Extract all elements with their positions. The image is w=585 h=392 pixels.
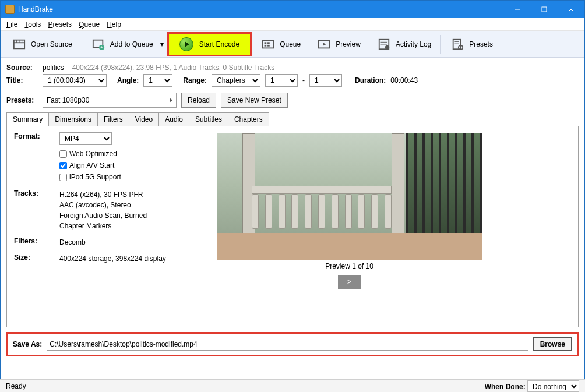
source-name: politics — [43, 63, 64, 72]
tab-video[interactable]: Video — [129, 112, 159, 126]
play-icon — [179, 37, 193, 51]
format-label: Format: — [14, 132, 59, 183]
activity-log-icon — [377, 37, 391, 51]
range-label: Range: — [183, 76, 207, 84]
web-optimized-label: Web Optimized — [69, 149, 117, 159]
preset-selected: Fast 1080p30 — [47, 96, 89, 104]
window-title: HandBrake — [18, 5, 504, 13]
menu-presets[interactable]: Presets — [45, 19, 74, 30]
svg-rect-15 — [267, 42, 270, 44]
start-encode-highlight: Start Encode — [167, 32, 252, 56]
preview-button[interactable]: Preview — [309, 31, 369, 58]
browse-button[interactable]: Browse — [533, 337, 572, 351]
film-icon — [12, 37, 26, 51]
align-av-checkbox[interactable] — [59, 162, 67, 169]
preview-icon — [317, 37, 331, 51]
format-select[interactable]: MP4 — [59, 132, 112, 145]
tracks-values: H.264 (x264), 30 FPS PFR AAC (avcodec), … — [59, 189, 195, 231]
svg-rect-13 — [265, 42, 267, 44]
add-to-queue-button[interactable]: + Add to Queue — [83, 31, 161, 58]
range-from-select[interactable]: 1 — [265, 74, 298, 87]
preview-label: Preview — [336, 40, 361, 48]
menu-queue[interactable]: Queue — [76, 19, 102, 30]
menubar: File Tools Presets Queue Help — [1, 18, 584, 31]
presets-icon — [450, 37, 464, 51]
source-label: Source: — [6, 63, 38, 72]
tab-chapters[interactable]: Chapters — [228, 112, 269, 126]
tab-dimensions[interactable]: Dimensions — [48, 112, 98, 126]
menu-file[interactable]: File — [4, 19, 20, 30]
add-queue-icon: + — [91, 37, 105, 51]
start-encode-button[interactable]: Start Encode — [169, 34, 250, 55]
title-label: Title: — [6, 76, 38, 84]
preview-next-button[interactable]: > — [338, 275, 361, 289]
menu-tools[interactable]: Tools — [22, 19, 43, 30]
range-to-select[interactable]: 1 — [309, 74, 342, 87]
chevron-right-icon — [170, 98, 172, 103]
reload-button[interactable]: Reload — [181, 93, 216, 108]
save-as-label: Save As: — [13, 340, 42, 348]
activity-log-label: Activity Log — [396, 40, 431, 48]
minimize-button[interactable] — [504, 1, 531, 18]
svg-rect-23 — [453, 39, 461, 49]
svg-rect-16 — [267, 44, 270, 46]
save-as-highlight: Save As: Browse — [6, 332, 579, 356]
angle-select[interactable]: 1 — [143, 74, 172, 87]
svg-point-22 — [385, 45, 389, 49]
close-button[interactable] — [558, 1, 584, 18]
toolbar: Open Source + Add to Queue ▾ Start Encod… — [1, 31, 584, 58]
tabs: Summary Dimensions Filters Video Audio S… — [6, 112, 579, 126]
tracks-label: Tracks: — [14, 189, 59, 231]
ipod-checkbox[interactable] — [59, 174, 67, 181]
filters-value: Decomb — [59, 237, 195, 248]
tab-audio[interactable]: Audio — [158, 112, 189, 126]
save-as-input[interactable] — [47, 338, 528, 351]
angle-label: Angle: — [117, 76, 139, 84]
duration-label: Duration: — [355, 76, 386, 84]
start-encode-label: Start Encode — [199, 40, 239, 48]
web-optimized-checkbox[interactable] — [59, 150, 67, 158]
presets-label: Presets: — [6, 96, 38, 104]
preview-caption: Preview 1 of 10 — [217, 262, 482, 270]
status-bar: Ready When Done: Do nothing — [0, 379, 585, 392]
titlebar: HandBrake — [1, 1, 584, 18]
svg-rect-12 — [263, 40, 273, 48]
presets-toolbar-label: Presets — [469, 40, 493, 48]
queue-button[interactable]: Queue — [253, 31, 309, 58]
tab-panel-summary: Format: MP4 Web Optimized Align A/V Star… — [6, 126, 579, 327]
open-source-button[interactable]: Open Source — [4, 31, 80, 58]
maximize-button[interactable] — [531, 1, 558, 18]
filters-label: Filters: — [14, 237, 59, 248]
svg-text:+: + — [100, 45, 103, 50]
app-icon — [5, 5, 15, 14]
save-new-preset-button[interactable]: Save New Preset — [221, 93, 288, 108]
size-label: Size: — [14, 253, 59, 264]
tab-subtitles[interactable]: Subtitles — [189, 112, 228, 126]
range-dash: - — [302, 76, 305, 84]
source-meta: 400x224 (398x224), 23.98 FPS, 1 Audio Tr… — [72, 63, 275, 72]
preview-image — [217, 133, 482, 260]
queue-label: Queue — [280, 40, 301, 48]
range-mode-select[interactable]: Chapters — [212, 74, 260, 87]
align-av-label: Align A/V Start — [69, 160, 114, 171]
activity-log-button[interactable]: Activity Log — [369, 31, 439, 58]
status-ready: Ready — [6, 382, 26, 390]
when-done-label: When Done: — [485, 383, 526, 391]
size-value: 400x224 storage, 398x224 display — [59, 253, 195, 264]
title-select[interactable]: 1 (00:00:43) — [43, 74, 107, 87]
when-done-select[interactable]: Do nothing — [527, 380, 579, 392]
tab-summary[interactable]: Summary — [6, 112, 49, 126]
svg-rect-14 — [265, 44, 267, 46]
svg-rect-1 — [542, 7, 547, 12]
open-source-label: Open Source — [31, 40, 72, 48]
add-to-queue-label: Add to Queue — [110, 40, 153, 48]
menu-help[interactable]: Help — [104, 19, 124, 30]
tab-filters[interactable]: Filters — [97, 112, 129, 126]
duration-value: 00:00:43 — [390, 76, 418, 84]
preset-selector[interactable]: Fast 1080p30 — [43, 93, 177, 108]
queue-icon — [261, 37, 275, 51]
svg-marker-18 — [323, 43, 326, 46]
presets-button[interactable]: Presets — [442, 31, 501, 58]
ipod-label: iPod 5G Support — [69, 172, 121, 182]
